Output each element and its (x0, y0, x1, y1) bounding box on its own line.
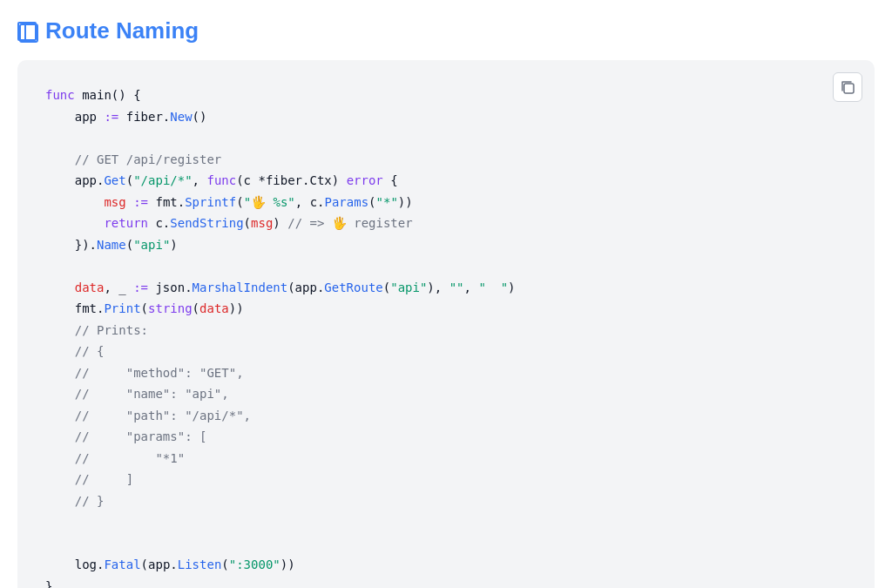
code-line: // GET /api/register (45, 149, 847, 171)
code-line: // "path": "/api/*", (45, 405, 847, 427)
page-title: Route Naming (45, 17, 199, 44)
code-line: // ] (45, 469, 847, 490)
code-line: data, _ := json.MarshalIndent(app.GetRou… (45, 277, 847, 299)
code-line: }).Name("api") (45, 234, 847, 256)
code-line: msg := fmt.Sprintf("🖐 %s", c.Params("*")… (45, 192, 847, 213)
svg-rect-0 (20, 24, 37, 42)
code-line: func main() { (45, 84, 847, 106)
blank-line (45, 533, 847, 555)
code-line: // { (45, 341, 847, 362)
book-icon (17, 22, 37, 41)
code-line: // "*1" (45, 448, 847, 470)
blank-line (45, 127, 847, 149)
svg-rect-2 (844, 84, 854, 93)
code-line: app := fiber.New() (45, 106, 847, 128)
code-content: func main() { app := fiber.New() // GET … (45, 84, 847, 588)
code-line: // "name": "api", (45, 383, 847, 405)
code-line: // } (45, 490, 847, 512)
copy-button[interactable] (833, 72, 862, 102)
code-line: // "method": "GET", (45, 362, 847, 384)
code-line: return c.SendString(msg) // => 🖐 registe… (45, 213, 847, 234)
code-line: log.Fatal(app.Listen(":3000")) (45, 554, 847, 576)
blank-line (45, 511, 847, 533)
blank-line (45, 255, 847, 277)
code-line: fmt.Print(string(data)) (45, 298, 847, 320)
code-line: } (45, 576, 847, 589)
code-line: // Prints: (45, 320, 847, 341)
code-line: app.Get("/api/*", func(c *fiber.Ctx) err… (45, 170, 847, 192)
code-block: func main() { app := fiber.New() // GET … (17, 60, 875, 588)
title-row: Route Naming (17, 17, 875, 44)
code-line: // "params": [ (45, 426, 847, 448)
